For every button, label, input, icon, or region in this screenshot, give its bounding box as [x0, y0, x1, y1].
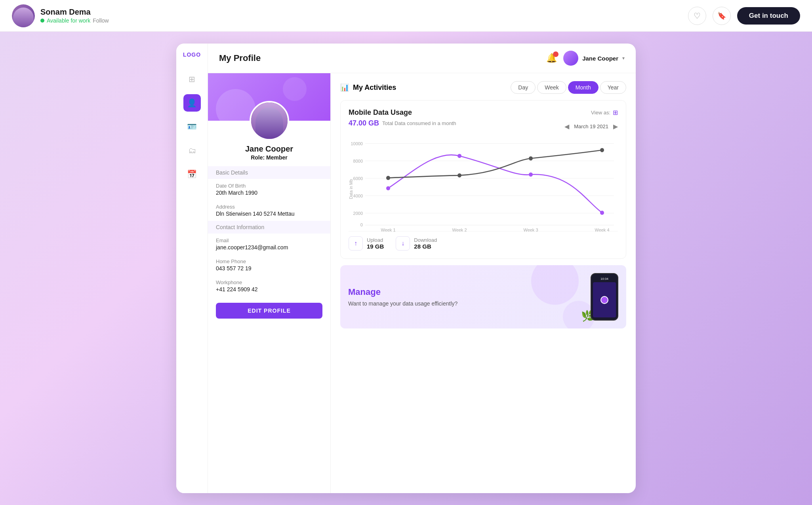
sidebar-item-calendar[interactable]: 📅 [183, 165, 201, 183]
user-avatar-top [12, 4, 35, 27]
view-as-label: View as: [591, 110, 610, 116]
email-field: Email jane.cooper1234@gmail.com [208, 234, 330, 254]
svg-text:Week 3: Week 3 [523, 227, 538, 232]
svg-text:Week 2: Week 2 [452, 227, 467, 232]
profile-icon: 👤 [187, 98, 197, 108]
svg-point-17 [386, 186, 390, 190]
role-label: Role: [251, 154, 265, 161]
mobile-data-chart-card: Mobile Data Usage View as: ⊞ 47.00 GB To… [340, 100, 626, 259]
email-label: Email [216, 237, 322, 243]
heart-button[interactable]: ♡ [688, 7, 706, 25]
header-right: 🔔 Jane Cooper ▾ [546, 51, 625, 66]
manage-title: Manage [348, 287, 457, 297]
svg-point-20 [600, 211, 604, 215]
follow-button[interactable]: Follow [93, 17, 109, 24]
address-value: Dln Stierwisen 140 5274 Mettau [216, 211, 322, 217]
download-text: Download 28 GB [414, 237, 437, 250]
address-label: Address [216, 204, 322, 210]
svg-text:Data in Mb: Data in Mb [349, 179, 353, 199]
line-chart: 10000 8000 6000 4000 2000 0 Data in Mb [349, 139, 618, 226]
workphone-value: +41 224 5909 42 [216, 286, 322, 292]
svg-text:Week 4: Week 4 [595, 227, 609, 232]
upload-value: 19 GB [367, 243, 384, 250]
page-title: My Profile [219, 53, 261, 63]
activities-title: 📊 My Activities [340, 83, 396, 92]
total-desc: Total Data consumed in a month [382, 120, 456, 126]
chart-title: Mobile Data Usage [349, 108, 412, 117]
content-area: My Profile 🔔 Jane Cooper ▾ [208, 44, 636, 493]
dob-label: Date Of Birth [216, 183, 322, 189]
nav-status: Available for work Follow [40, 17, 109, 24]
get-in-touch-button[interactable]: Get in touch [737, 7, 800, 25]
next-date-button[interactable]: ▶ [613, 123, 618, 130]
content-header: My Profile 🔔 Jane Cooper ▾ [208, 44, 636, 73]
svg-point-18 [457, 154, 461, 158]
edit-profile-button[interactable]: EDIT PROFILE [216, 303, 322, 319]
chart-svg-wrap: 10000 8000 6000 4000 2000 0 Data in Mb [349, 139, 618, 226]
status-text: Available for work [47, 17, 90, 24]
address-field: Address Dln Stierwisen 140 5274 Mettau [208, 200, 330, 221]
dob-field: Date Of Birth 20th March 1990 [208, 179, 330, 200]
upload-text: Upload 19 GB [367, 237, 384, 250]
date-label: March 19 2021 [574, 123, 608, 129]
notification-badge [553, 51, 558, 57]
home-phone-value: 043 557 72 19 [216, 265, 322, 271]
phone-illustration: 🌿 10:34 [591, 273, 618, 321]
day-filter-button[interactable]: Day [511, 81, 536, 94]
sidebar-item-folder[interactable]: 🗂 [183, 142, 201, 159]
profile-avatar [250, 101, 289, 140]
svg-point-24 [600, 148, 604, 152]
svg-text:0: 0 [360, 222, 363, 227]
profile-name: Jane Cooper [208, 144, 330, 154]
nav-user-name: Sonam Dema [40, 8, 109, 17]
prev-date-button[interactable]: ◀ [564, 123, 569, 130]
svg-text:Week 1: Week 1 [381, 227, 395, 232]
profile-avatar-wrap [208, 101, 330, 140]
chart-legend: ↑ Upload 19 GB ↓ Download 28 GB [349, 231, 618, 251]
home-phone-field: Home Phone 043 557 72 19 [208, 254, 330, 275]
status-dot [40, 19, 44, 23]
bookmark-button[interactable]: 🔖 [713, 7, 731, 25]
download-value: 28 GB [414, 243, 437, 250]
date-nav: ◀ March 19 2021 ▶ [564, 123, 618, 130]
svg-point-21 [386, 176, 390, 180]
year-filter-button[interactable]: Year [600, 81, 626, 94]
home-phone-label: Home Phone [216, 258, 322, 264]
sidebar-logo: LOGO [183, 51, 201, 58]
chart-card-header: Mobile Data Usage View as: ⊞ [349, 108, 618, 117]
data-summary: 47.00 GB Total Data consumed in a month [349, 119, 456, 127]
grid-view-icon[interactable]: ⊞ [613, 109, 618, 116]
user-chip-avatar [563, 51, 578, 66]
download-icon: ↓ [396, 236, 410, 251]
phone-time: 10:34 [600, 277, 608, 281]
activities-label: My Activities [353, 84, 396, 92]
contact-info-header: Contact Information [208, 221, 330, 234]
profile-role: Role: Member [208, 154, 330, 161]
user-chip-name: Jane Cooper [582, 55, 618, 62]
workphone-field: Workphone +41 224 5909 42 [208, 275, 330, 296]
upload-icon: ↑ [349, 236, 363, 251]
workphone-label: Workphone [216, 279, 322, 285]
top-navbar: Sonam Dema Available for work Follow ♡ 🔖… [0, 0, 812, 32]
app-sidebar: LOGO ⊞ 👤 🪪 🗂 📅 [176, 44, 208, 493]
folder-icon: 🗂 [188, 146, 196, 155]
user-chip[interactable]: Jane Cooper ▾ [563, 51, 625, 66]
week-filter-button[interactable]: Week [537, 81, 566, 94]
notification-wrapper[interactable]: 🔔 [546, 53, 557, 63]
manage-card: Manage Want to manage your data usage ef… [340, 265, 626, 328]
manage-desc: Want to manage your data usage efficient… [348, 300, 457, 307]
view-as: View as: ⊞ [591, 109, 618, 116]
download-legend: ↓ Download 28 GB [396, 236, 437, 251]
sidebar-item-idcard[interactable]: 🪪 [183, 118, 201, 135]
dashboard-icon: ⊞ [189, 74, 195, 84]
upload-legend: ↑ Upload 19 GB [349, 236, 384, 251]
email-value: jane.cooper1234@gmail.com [216, 244, 322, 251]
svg-text:6000: 6000 [353, 176, 363, 180]
manage-content: Manage Want to manage your data usage ef… [348, 287, 457, 307]
svg-text:10000: 10000 [351, 141, 363, 146]
chevron-down-icon: ▾ [622, 55, 625, 61]
month-filter-button[interactable]: Month [568, 81, 599, 94]
sidebar-item-profile[interactable]: 👤 [183, 94, 201, 112]
calendar-icon: 📅 [187, 169, 197, 179]
sidebar-item-dashboard[interactable]: ⊞ [183, 70, 201, 88]
